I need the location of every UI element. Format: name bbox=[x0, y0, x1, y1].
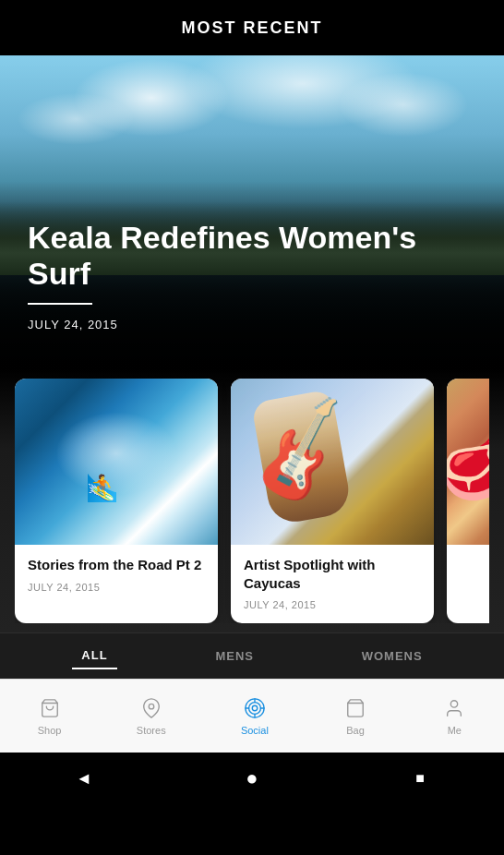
nav-item-me[interactable]: Me bbox=[431, 689, 477, 743]
card-1-date: JULY 24, 2015 bbox=[28, 582, 205, 593]
cards-section: Stories from the Road Pt 2 JULY 24, 2015… bbox=[0, 369, 504, 632]
svg-point-2 bbox=[252, 705, 258, 711]
svg-point-3 bbox=[248, 703, 260, 715]
filter-tabs: ALL MENS WOMENS bbox=[0, 632, 504, 679]
hero-title: Keala Redefines Women's Surf bbox=[28, 220, 476, 292]
card-2-date: JULY 24, 2015 bbox=[244, 599, 421, 610]
card-1-body: Stories from the Road Pt 2 JULY 24, 2015 bbox=[15, 545, 218, 606]
me-icon bbox=[442, 696, 466, 720]
nav-label-stores: Stores bbox=[137, 725, 166, 736]
card-3[interactable] bbox=[447, 379, 489, 623]
filter-tab-womens[interactable]: WOMENS bbox=[353, 644, 432, 668]
android-back-button[interactable]: ◄ bbox=[66, 760, 102, 797]
nav-label-shop: Shop bbox=[38, 725, 62, 736]
card-2-body: Artist Spotlight with Cayucas JULY 24, 2… bbox=[231, 545, 434, 623]
bottom-nav: Shop Stores Social bbox=[0, 679, 504, 753]
nav-item-social[interactable]: Social bbox=[230, 689, 280, 743]
header: MOST RECENT bbox=[0, 0, 504, 55]
nav-item-shop[interactable]: Shop bbox=[27, 689, 73, 743]
card-2-title: Artist Spotlight with Cayucas bbox=[244, 556, 421, 592]
nav-item-stores[interactable]: Stores bbox=[126, 689, 177, 743]
android-home-button[interactable]: ● bbox=[234, 760, 270, 797]
hero-date: JULY 24, 2015 bbox=[28, 318, 118, 331]
hero-divider bbox=[28, 303, 92, 305]
nav-label-me: Me bbox=[448, 725, 462, 736]
nav-label-social: Social bbox=[241, 725, 269, 736]
android-navbar: ◄ ● ■ bbox=[0, 753, 504, 804]
bag-icon bbox=[343, 696, 367, 720]
card-1-title: Stories from the Road Pt 2 bbox=[28, 556, 205, 574]
card-1-image bbox=[15, 379, 218, 545]
filter-tab-mens[interactable]: MENS bbox=[206, 644, 263, 668]
hero-section[interactable]: Keala Redefines Women's Surf JULY 24, 20… bbox=[0, 55, 504, 369]
card-2[interactable]: Artist Spotlight with Cayucas JULY 24, 2… bbox=[231, 379, 434, 623]
filter-tab-all[interactable]: ALL bbox=[72, 643, 116, 669]
hero-content: Keala Redefines Women's Surf JULY 24, 20… bbox=[28, 220, 476, 332]
card-1[interactable]: Stories from the Road Pt 2 JULY 24, 2015 bbox=[15, 379, 218, 623]
nav-item-bag[interactable]: Bag bbox=[332, 689, 378, 743]
nav-label-bag: Bag bbox=[346, 725, 365, 736]
svg-point-10 bbox=[451, 701, 458, 707]
android-recent-button[interactable]: ■ bbox=[402, 760, 438, 797]
stores-icon bbox=[139, 696, 163, 720]
shop-icon bbox=[38, 696, 62, 720]
page-title: MOST RECENT bbox=[181, 18, 322, 38]
social-icon bbox=[243, 696, 267, 720]
svg-point-1 bbox=[149, 704, 154, 709]
cards-scroll: Stories from the Road Pt 2 JULY 24, 2015… bbox=[15, 379, 489, 623]
card-2-image bbox=[231, 379, 434, 545]
card-3-image bbox=[447, 379, 489, 545]
